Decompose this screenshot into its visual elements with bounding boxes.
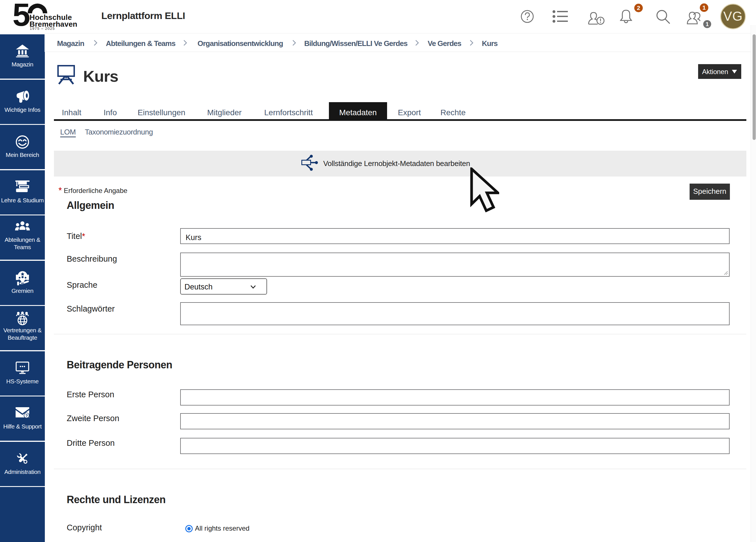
svg-text:?: ? bbox=[25, 413, 28, 418]
